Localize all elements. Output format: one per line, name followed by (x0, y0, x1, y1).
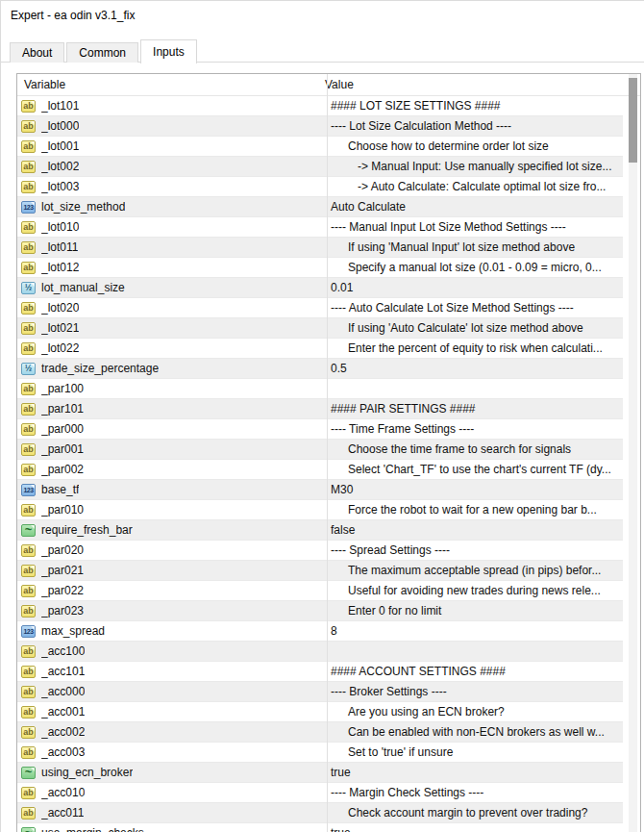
variable-value[interactable]: false (327, 520, 623, 540)
table-row[interactable]: ½ lot_manual_size 0.01 (17, 278, 623, 298)
table-row[interactable]: ab _lot101 #### LOT SIZE SETTINGS #### (17, 96, 623, 116)
variable-name: _acc001 (41, 705, 85, 719)
table-row[interactable]: ab _par101 #### PAIR SETTINGS #### (17, 399, 623, 419)
table-row[interactable]: ab _acc101 #### ACCOUNT SETTINGS #### (17, 662, 623, 682)
variable-name: _lot021 (41, 321, 79, 335)
variable-value[interactable]: Force the robot to wait for a new openin… (327, 500, 623, 519)
variable-value[interactable]: 8 (327, 621, 623, 641)
table-row[interactable]: ab _lot002 -> Manual Input: Use manually… (17, 157, 623, 177)
variable-cell: 123 lot_size_method (17, 197, 327, 216)
variable-value[interactable]: Auto Calculate (327, 197, 623, 216)
variable-value[interactable]: ---- Margin Check Settings ---- (327, 783, 623, 802)
tab-bar: AboutCommonInputs (10, 39, 199, 63)
variable-value[interactable]: Enter 0 for no limit (327, 601, 623, 620)
variable-value[interactable]: The maximum acceptable spread (in pips) … (327, 561, 623, 580)
table-row[interactable]: ~ require_fresh_bar false (17, 520, 623, 541)
variable-value[interactable]: ---- Lot Size Calculation Method ---- (327, 116, 623, 136)
table-row[interactable]: ab _acc003 Set to 'true' if unsure (17, 743, 623, 763)
variable-value[interactable]: 0.01 (327, 278, 623, 297)
variable-name: _par022 (41, 584, 84, 597)
variable-value[interactable]: If using 'Auto Calculate' lot size metho… (327, 318, 623, 338)
tab-inputs[interactable]: Inputs (140, 39, 197, 63)
variable-value[interactable]: Enter the percent of equity to risk when… (327, 339, 623, 358)
table-row[interactable]: 123 base_tf M30 (17, 480, 623, 500)
tab-common[interactable]: Common (66, 42, 138, 63)
variable-value[interactable]: 0.5 (327, 359, 623, 378)
table-row[interactable]: ab _par020 ---- Spread Settings ---- (17, 541, 623, 561)
variable-value[interactable]: Check account margin to prevent over tra… (327, 803, 623, 822)
table-row[interactable]: ab _acc001 Are you using an ECN broker? (17, 702, 623, 722)
table-row[interactable]: ab _lot021 If using 'Auto Calculate' lot… (17, 318, 623, 339)
table-row[interactable]: ab _par000 ---- Time Frame Settings ---- (17, 419, 623, 440)
string-type-icon: ab (21, 342, 36, 355)
tab-about[interactable]: About (10, 42, 64, 63)
table-row[interactable]: ab _acc100 (17, 642, 623, 662)
table-row[interactable]: ~ using_ecn_broker true (17, 763, 623, 783)
table-row[interactable]: ab _par021 The maximum acceptable spread… (17, 561, 623, 581)
table-row[interactable]: ab _lot012 Specify a manual lot size (0.… (17, 258, 623, 278)
column-header-variable[interactable]: Variable (17, 74, 320, 95)
variable-value[interactable]: true (327, 763, 623, 782)
table-row[interactable]: ab _par100 (17, 379, 623, 399)
variable-value[interactable]: ---- Manual Input Lot Size Method Settin… (327, 217, 623, 237)
variable-value[interactable]: Specify a manual lot size (0.01 - 0.09 =… (327, 258, 623, 277)
variable-value[interactable]: Can be enabled with non-ECN brokers as w… (327, 722, 623, 742)
variable-cell: ab _lot001 (17, 137, 327, 156)
scrollbar-track[interactable] (629, 74, 637, 832)
column-divider[interactable] (327, 74, 328, 832)
string-type-icon: ab (21, 726, 36, 739)
variable-value[interactable]: #### LOT SIZE SETTINGS #### (327, 96, 623, 115)
variable-value[interactable]: Choose the time frame to search for sign… (327, 440, 623, 459)
string-type-icon: ab (21, 120, 36, 133)
variable-value[interactable]: Are you using an ECN broker? (327, 702, 623, 721)
table-row[interactable]: ab _par010 Force the robot to wait for a… (17, 500, 623, 520)
column-header-value[interactable]: Value (320, 74, 640, 95)
variable-value[interactable]: If using 'Manual Input' lot size method … (327, 238, 623, 257)
table-row[interactable]: ~ use_margin_checks true (17, 823, 623, 832)
table-row[interactable]: ab _lot003 -> Auto Calculate: Calculate … (17, 177, 623, 197)
variable-value[interactable]: Set to 'true' if unsure (327, 743, 623, 762)
variable-value[interactable]: M30 (327, 480, 623, 499)
variable-cell: ab _par100 (17, 379, 327, 398)
variable-value[interactable]: ---- Auto Calculate Lot Size Method Sett… (327, 298, 623, 317)
table-row[interactable]: ab _lot001 Choose how to determine order… (17, 137, 623, 157)
table-row[interactable]: ab _acc000 ---- Broker Settings ---- (17, 682, 623, 702)
scrollbar-thumb[interactable] (629, 78, 637, 163)
table-row[interactable]: ab _par001 Choose the time frame to sear… (17, 440, 623, 460)
integer-type-icon: 123 (21, 625, 36, 638)
table-row[interactable]: ab _lot020 ---- Auto Calculate Lot Size … (17, 298, 623, 318)
table-row[interactable]: ½ trade_size_percentage 0.5 (17, 359, 623, 379)
string-type-icon: ab (21, 403, 36, 416)
vertical-scrollbar[interactable] (623, 74, 640, 832)
variable-value[interactable]: #### PAIR SETTINGS #### (327, 399, 623, 418)
variable-cell: ½ trade_size_percentage (17, 359, 327, 378)
variable-value[interactable] (327, 379, 623, 398)
table-row[interactable]: ab _lot000 ---- Lot Size Calculation Met… (17, 116, 623, 137)
variable-value[interactable]: ---- Broker Settings ---- (327, 682, 623, 701)
variable-value[interactable]: Select 'Chart_TF' to use the chart's cur… (327, 460, 623, 479)
table-row[interactable]: 123 lot_size_method Auto Calculate (17, 197, 623, 217)
variable-value[interactable]: -> Auto Calculate: Calculate optimal lot… (327, 177, 623, 196)
variable-value[interactable]: -> Manual Input: Use manually specified … (327, 157, 623, 176)
table-row[interactable]: ab _acc010 ---- Margin Check Settings --… (17, 783, 623, 803)
variable-value[interactable]: true (327, 823, 623, 832)
variable-value[interactable] (327, 642, 623, 661)
table-row[interactable]: ab _par023 Enter 0 for no limit (17, 601, 623, 621)
table-row[interactable]: ab _par022 Useful for avoiding new trade… (17, 581, 623, 601)
variable-value[interactable]: Choose how to determine order lot size (327, 137, 623, 156)
variable-value[interactable]: #### ACCOUNT SETTINGS #### (327, 662, 623, 681)
table-row[interactable]: ab _lot022 Enter the percent of equity t… (17, 339, 623, 359)
variable-value[interactable]: ---- Spread Settings ---- (327, 541, 623, 560)
table-row[interactable]: 123 max_spread 8 (17, 621, 623, 642)
variable-value[interactable]: Useful for avoiding new trades during ne… (327, 581, 623, 600)
table-row[interactable]: ab _lot011 If using 'Manual Input' lot s… (17, 238, 623, 258)
table-row[interactable]: ab _par002 Select 'Chart_TF' to use the … (17, 460, 623, 480)
variable-value[interactable]: ---- Time Frame Settings ---- (327, 419, 623, 439)
table-row[interactable]: ab _lot010 ---- Manual Input Lot Size Me… (17, 217, 623, 238)
variable-name: _par002 (41, 463, 84, 476)
string-type-icon: ab (21, 262, 36, 274)
table-row[interactable]: ab _acc002 Can be enabled with non-ECN b… (17, 722, 623, 743)
double-type-icon: ½ (21, 363, 36, 375)
variable-cell: ab _par020 (17, 541, 327, 560)
table-row[interactable]: ab _acc011 Check account margin to preve… (17, 803, 623, 823)
